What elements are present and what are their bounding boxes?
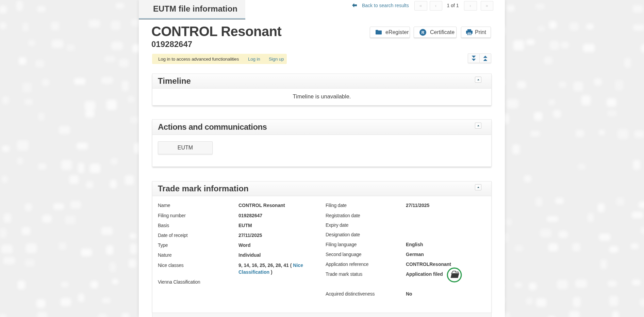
- svg-text:R: R: [422, 30, 425, 35]
